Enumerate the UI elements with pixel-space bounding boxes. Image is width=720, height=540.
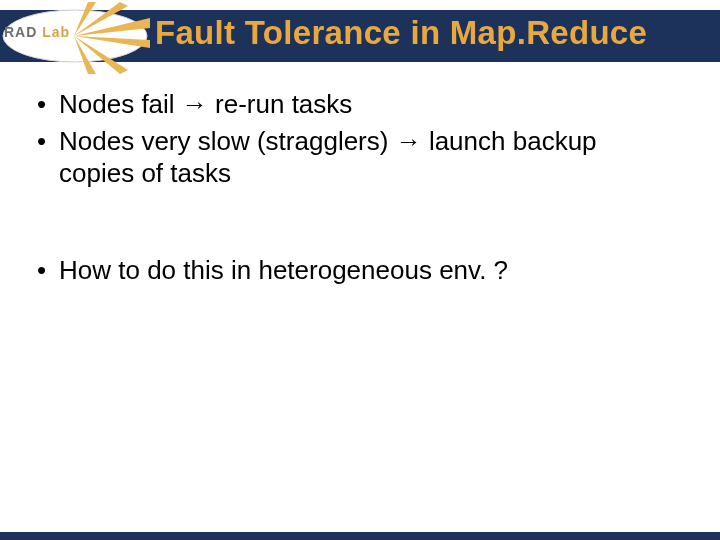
slide: Fault Tolerance in Map.Reduce RAD Lab No… [0,0,720,540]
logo-text-lab: Lab [42,24,70,40]
slide-title: Fault Tolerance in Map.Reduce [155,14,715,52]
bullet-item: How to do this in heterogeneous env. ? [35,254,675,287]
logo-rays-icon [0,0,150,80]
bullet-item: Nodes very slow (stragglers) → launch ba… [35,125,675,190]
bullet-text: How to do this in heterogeneous env. ? [59,255,508,285]
logo-text: RAD Lab [4,24,70,40]
spacer [35,194,675,254]
logo: RAD Lab [0,0,150,72]
bullet-text: Nodes fail → re-run tasks [59,89,352,119]
footer-bar [0,532,720,540]
content-area: Nodes fail → re-run tasks Nodes very slo… [35,88,675,290]
bullet-item: Nodes fail → re-run tasks [35,88,675,121]
bullet-text: Nodes very slow (stragglers) → launch ba… [59,126,597,189]
logo-text-rad: RAD [4,24,37,40]
